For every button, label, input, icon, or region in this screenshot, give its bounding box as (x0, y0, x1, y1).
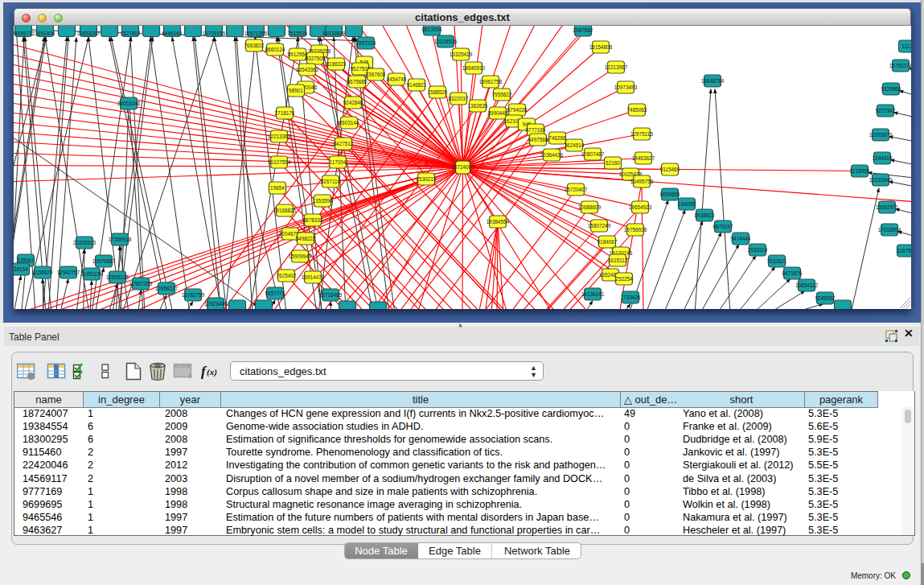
svg-text:62160: 62160 (606, 160, 620, 166)
svg-text:116753: 116753 (897, 248, 911, 253)
svg-text:16107554: 16107554 (268, 159, 291, 165)
svg-text:9474444: 9474444 (731, 236, 751, 241)
svg-text:2691406: 2691406 (35, 31, 55, 36)
svg-text:15909949: 15909949 (289, 253, 312, 259)
svg-text:8878332: 8878332 (303, 217, 323, 223)
svg-text:1244419: 1244419 (873, 155, 893, 161)
svg-text:8454749: 8454749 (387, 76, 407, 82)
svg-text:16543362: 16543362 (296, 67, 319, 72)
svg-text:1588520: 1588520 (428, 89, 448, 95)
svg-text:1353594: 1353594 (313, 198, 333, 204)
svg-text:9329966: 9329966 (881, 86, 901, 92)
svg-text:12942757: 12942757 (57, 270, 80, 275)
svg-text:9242848: 9242848 (343, 100, 363, 105)
svg-text:11451194: 11451194 (80, 271, 103, 277)
svg-text:1527602: 1527602 (121, 31, 141, 36)
svg-text:2530215: 2530215 (417, 176, 437, 182)
svg-text:16782759: 16782759 (182, 292, 205, 298)
svg-text:24055712: 24055712 (14, 31, 35, 36)
svg-text:1156829: 1156829 (33, 270, 53, 275)
svg-text:16914473: 16914473 (302, 274, 325, 280)
svg-text:19463627: 19463627 (632, 155, 655, 161)
svg-text:19384554: 19384554 (487, 219, 510, 225)
svg-text:9327505: 9327505 (306, 56, 326, 61)
svg-text:2718176: 2718176 (275, 110, 295, 116)
svg-text:7515526: 7515526 (288, 31, 308, 36)
svg-text:2603144: 2603144 (339, 120, 359, 126)
svg-text:164095: 164095 (678, 201, 696, 207)
svg-text:16961758: 16961758 (479, 79, 503, 84)
svg-text:10958127: 10958127 (155, 286, 179, 291)
svg-text:1733426: 1733426 (621, 295, 641, 300)
svg-text:6466160: 6466160 (162, 31, 183, 36)
svg-text:16154808: 16154808 (589, 44, 613, 50)
svg-text:9184067: 9184067 (598, 239, 618, 245)
svg-text:15751074: 15751074 (889, 63, 911, 68)
svg-text:2987682: 2987682 (573, 27, 593, 33)
svg-text:20206515: 20206515 (73, 240, 97, 245)
svg-text:335061: 335061 (17, 257, 35, 263)
svg-text:0699695: 0699695 (660, 192, 680, 197)
svg-text:5498222: 5498222 (296, 236, 316, 241)
svg-text:17957255: 17957255 (129, 281, 153, 286)
svg-text:10973493: 10973493 (614, 84, 638, 90)
svg-text:9146821: 9146821 (407, 82, 427, 88)
svg-text:17359918: 17359918 (109, 237, 132, 242)
svg-text:1615112: 1615112 (608, 257, 628, 263)
svg-text:18724007: 18724007 (451, 164, 474, 170)
svg-text:1117: 1117 (901, 43, 911, 49)
svg-text:12213369: 12213369 (268, 134, 291, 139)
svg-text:3675685: 3675685 (347, 79, 368, 84)
svg-text:12505135: 12505135 (106, 274, 129, 280)
svg-text:13495756: 13495756 (630, 179, 654, 184)
svg-text:7632621: 7632621 (767, 258, 787, 264)
svg-text:13218506: 13218506 (434, 39, 458, 44)
svg-text:16648784: 16648784 (701, 78, 725, 84)
svg-text:746266: 746266 (548, 135, 566, 141)
svg-text:10853267: 10853267 (77, 31, 101, 36)
svg-text:3267110: 3267110 (321, 179, 341, 184)
svg-text:7663822: 7663822 (244, 43, 265, 48)
svg-text:98901: 98901 (289, 88, 303, 93)
svg-text:15720407: 15720407 (565, 187, 588, 192)
svg-text:9115460: 9115460 (660, 167, 680, 172)
svg-text:8322037: 8322037 (449, 96, 469, 101)
svg-text:15807249: 15807249 (588, 223, 611, 229)
svg-text:1362635: 1362635 (468, 103, 488, 109)
svg-text:18640910: 18640910 (462, 65, 486, 71)
svg-text:15692971: 15692971 (876, 204, 899, 210)
svg-text:8186323: 8186323 (326, 61, 347, 67)
svg-text:12093873: 12093873 (869, 132, 893, 138)
svg-text:7955822: 7955822 (492, 92, 512, 97)
svg-text:28053346: 28053346 (117, 101, 141, 106)
svg-text:2367608: 2367608 (366, 72, 386, 77)
svg-text:6879197: 6879197 (713, 224, 733, 229)
svg-text:17016504: 17016504 (878, 227, 901, 233)
svg-text:10719155: 10719155 (203, 31, 226, 36)
svg-text:39154: 39154 (14, 266, 28, 272)
svg-text:15716485: 15716485 (319, 292, 343, 298)
svg-text:117004: 117004 (330, 159, 347, 165)
svg-text:8427512: 8427512 (334, 141, 354, 146)
svg-text:3215955: 3215955 (850, 168, 870, 174)
svg-text:19756928: 19756928 (624, 227, 647, 233)
svg-text:10975887: 10975887 (92, 258, 116, 264)
svg-text:7957224: 7957224 (356, 40, 376, 46)
svg-text:9227342: 9227342 (876, 108, 896, 113)
svg-text:(x): (x) (207, 367, 217, 377)
svg-text:8813054: 8813054 (422, 27, 442, 32)
svg-text:9657771: 9657771 (265, 290, 285, 296)
svg-text:16671355: 16671355 (244, 31, 268, 36)
svg-text:8990448: 8990448 (488, 110, 508, 116)
svg-text:9777169: 9777169 (526, 127, 546, 133)
svg-text:10654112: 10654112 (795, 282, 818, 288)
svg-text:10807487: 10807487 (581, 151, 605, 157)
svg-text:6794028: 6794028 (507, 107, 528, 113)
svg-text:20364436: 20364436 (540, 152, 564, 158)
svg-text:10688609: 10688609 (578, 204, 602, 210)
svg-text:12213967: 12213967 (605, 64, 628, 70)
svg-text:2933114: 2933114 (748, 247, 768, 253)
svg-text:6497568: 6497568 (528, 137, 548, 142)
svg-text:10210643: 10210643 (869, 177, 893, 183)
svg-text:8471676: 8471676 (782, 270, 803, 276)
